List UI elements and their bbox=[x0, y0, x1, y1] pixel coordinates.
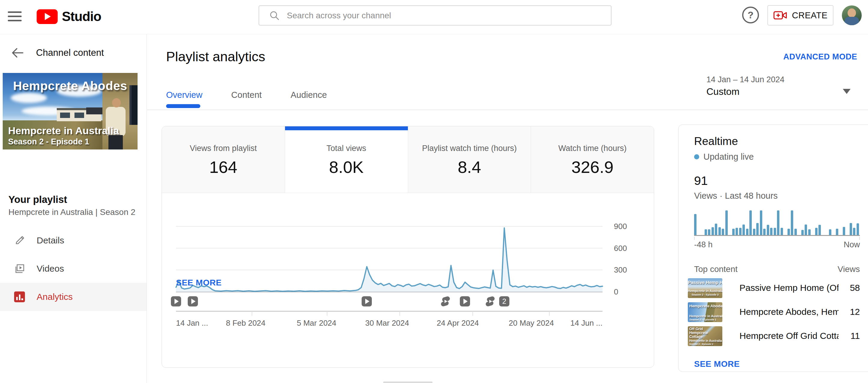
realtime-bar-chart bbox=[694, 211, 860, 235]
active-tab-underline bbox=[166, 104, 200, 108]
create-button[interactable]: CREATE bbox=[767, 5, 833, 26]
sidebar-item-analytics[interactable]: Analytics bbox=[0, 283, 147, 311]
realtime-bar bbox=[718, 227, 721, 235]
shorts-marker-icon[interactable] bbox=[440, 296, 451, 307]
tab-overview[interactable]: Overview bbox=[166, 90, 203, 100]
realtime-bar bbox=[760, 211, 762, 235]
sidebar-item-details[interactable]: Details bbox=[0, 226, 147, 255]
realtime-bar bbox=[715, 224, 717, 235]
help-icon[interactable]: ? bbox=[742, 7, 759, 24]
date-range-selector[interactable]: 14 Jan – 14 Jun 2024 Custom bbox=[706, 75, 844, 97]
realtime-bar bbox=[774, 228, 776, 235]
y-axis-tick-label: 300 bbox=[614, 265, 627, 274]
advanced-mode-link[interactable]: ADVANCED MODE bbox=[783, 52, 857, 62]
x-axis-tick-label: 5 Mar 2024 bbox=[297, 318, 336, 327]
video-published-marker[interactable] bbox=[362, 296, 372, 307]
topbar: Studio ? CREATE bbox=[0, 0, 868, 34]
grouped-videos-marker[interactable]: 2 bbox=[499, 296, 509, 307]
metric-watch-time[interactable]: Watch time (hours) 326.9 bbox=[531, 126, 654, 193]
axis-left-label: -48 h bbox=[694, 240, 713, 249]
account-avatar[interactable] bbox=[842, 5, 862, 25]
realtime-bar bbox=[770, 228, 773, 235]
updating-live-label: Updating live bbox=[704, 152, 754, 162]
shorts-marker-icon[interactable] bbox=[485, 296, 495, 307]
hamburger-menu-icon[interactable] bbox=[8, 11, 22, 23]
video-published-marker[interactable] bbox=[460, 296, 470, 307]
metric-tabs: Views from playlist 164 Total views 8.0K… bbox=[162, 126, 654, 193]
x-axis-tick-label: 14 Jun ... bbox=[570, 318, 602, 327]
chevron-down-icon bbox=[843, 89, 850, 94]
create-video-icon bbox=[773, 10, 787, 20]
youtube-studio-logo[interactable]: Studio bbox=[37, 9, 101, 24]
chart-see-more-link[interactable]: SEE MORE bbox=[176, 278, 222, 288]
realtime-bar bbox=[829, 229, 831, 235]
realtime-bar bbox=[694, 214, 696, 235]
x-axis-tick-label: 20 May 2024 bbox=[509, 318, 554, 327]
realtime-status: Updating live bbox=[694, 152, 859, 162]
realtime-views-value: 91 bbox=[694, 174, 859, 188]
metric-views-from-playlist[interactable]: Views from playlist 164 bbox=[162, 126, 285, 193]
analytics-card: Views from playlist 164 Total views 8.0K… bbox=[162, 126, 654, 368]
thumbnail-episode: Season 2 - Episode 1 bbox=[8, 137, 89, 147]
x-axis-tick-label: 24 Apr 2024 bbox=[437, 318, 479, 327]
y-axis-tick-label: 900 bbox=[614, 222, 627, 231]
line-chart-series bbox=[176, 228, 602, 291]
search-bar[interactable] bbox=[258, 5, 612, 26]
realtime-bar bbox=[736, 228, 738, 235]
metric-playlist-watch-time[interactable]: Playlist watch time (hours) 8.4 bbox=[408, 126, 531, 193]
realtime-bar bbox=[756, 223, 759, 235]
realtime-bar bbox=[739, 228, 742, 235]
realtime-bar bbox=[705, 229, 707, 235]
top-content-row[interactable]: Passive Hemp Home Hempcrete in Australia… bbox=[694, 278, 860, 298]
top-content-label: Top content bbox=[694, 264, 738, 274]
thumbnail-subtitle: Hempcrete in Australia bbox=[8, 125, 119, 136]
search-input[interactable] bbox=[287, 11, 611, 21]
video-title: Hempcrete Abodes, Hempcr... bbox=[740, 307, 839, 317]
tab-audience[interactable]: Audience bbox=[290, 90, 327, 100]
y-axis-tick-label: 600 bbox=[614, 244, 627, 253]
views-line-chart: 030060090014 Jan ...8 Feb 20245 Mar 2024… bbox=[162, 193, 654, 368]
realtime-bar bbox=[763, 229, 766, 235]
realtime-bar bbox=[805, 225, 807, 235]
realtime-bar bbox=[818, 225, 821, 235]
y-axis-tick-label: 0 bbox=[614, 287, 618, 296]
video-published-marker[interactable] bbox=[188, 296, 198, 307]
top-content-row[interactable]: Off Grid Hempcrete Cottage Hempcrete in … bbox=[694, 326, 860, 346]
realtime-bar bbox=[795, 229, 797, 235]
playlist-thumbnail[interactable]: Hempcrete Abodes Hempcrete in Australia … bbox=[3, 73, 137, 150]
youtube-play-icon bbox=[37, 9, 58, 24]
back-row: Channel content bbox=[0, 46, 147, 61]
video-thumbnail: Passive Hemp Home Hempcrete in Australia… bbox=[688, 278, 722, 298]
video-title: Hempcrete Off Grid Cottage,... bbox=[740, 331, 839, 341]
video-thumbnail: Hempcrete Abodes Hempcrete in Australia … bbox=[688, 302, 722, 322]
date-mode-label: Custom bbox=[706, 86, 844, 97]
realtime-title: Realtime bbox=[694, 135, 859, 148]
x-axis-tick-label: 30 Mar 2024 bbox=[365, 318, 409, 327]
realtime-bar bbox=[722, 229, 724, 235]
realtime-bar bbox=[857, 223, 859, 235]
video-title: Passive Hemp Home (Off Gri... bbox=[740, 283, 839, 293]
realtime-bar bbox=[781, 228, 783, 235]
video-thumbnail: Off Grid Hempcrete Cottage Hempcrete in … bbox=[688, 326, 722, 346]
back-arrow-icon[interactable] bbox=[11, 47, 24, 59]
metric-total-views[interactable]: Total views 8.0K bbox=[285, 126, 408, 193]
x-axis-tick-label: 8 Feb 2024 bbox=[226, 318, 266, 327]
realtime-bar bbox=[746, 229, 748, 235]
realtime-bar bbox=[801, 230, 804, 235]
live-dot-icon bbox=[694, 154, 699, 159]
channel-content-label[interactable]: Channel content bbox=[36, 47, 104, 58]
x-axis-tick-label: 14 Jan ... bbox=[176, 318, 208, 327]
sidebar-item-videos[interactable]: Videos bbox=[0, 255, 147, 283]
top-content-row[interactable]: Hempcrete Abodes Hempcrete in Australia … bbox=[694, 302, 860, 322]
tab-content[interactable]: Content bbox=[231, 90, 262, 100]
realtime-bar bbox=[749, 211, 752, 235]
realtime-see-more-link[interactable]: SEE MORE bbox=[694, 359, 740, 369]
realtime-axis-labels: -48 h Now bbox=[694, 240, 860, 249]
playlist-name: Hempcrete in Australia | Season 2 bbox=[8, 208, 135, 217]
realtime-bar bbox=[712, 227, 714, 235]
date-range-text: 14 Jan – 14 Jun 2024 bbox=[706, 75, 844, 84]
realtime-bar bbox=[843, 227, 845, 235]
page-title: Playlist analytics bbox=[166, 49, 265, 65]
realtime-bar bbox=[853, 228, 856, 235]
video-published-marker[interactable] bbox=[171, 296, 181, 307]
